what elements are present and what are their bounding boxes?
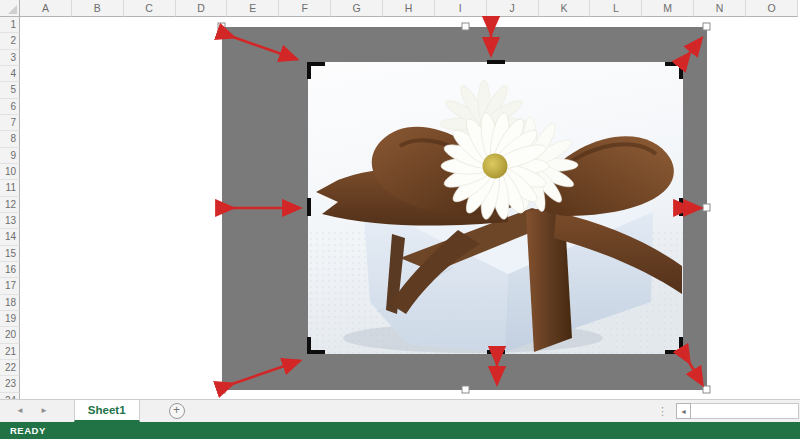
row-header-19[interactable]: 19 (0, 311, 20, 327)
row-header-5[interactable]: 5 (0, 82, 20, 98)
row-header-8[interactable]: 8 (0, 131, 20, 147)
next-sheet-icon[interactable]: ► (32, 400, 56, 422)
row-header-6[interactable]: 6 (0, 99, 20, 115)
picture-gift-box[interactable] (308, 62, 683, 354)
column-header-K[interactable]: K (539, 0, 591, 17)
row-header-14[interactable]: 14 (0, 229, 20, 245)
row-header-13[interactable]: 13 (0, 213, 20, 229)
row-header-1[interactable]: 1 (0, 17, 20, 33)
scroll-left-icon[interactable]: ◄ (676, 403, 691, 419)
row-header-12[interactable]: 12 (0, 197, 20, 213)
row-header-2[interactable]: 2 (0, 33, 20, 49)
row-header-9[interactable]: 9 (0, 148, 20, 164)
column-header-H[interactable]: H (383, 0, 435, 17)
add-sheet-icon[interactable]: + (169, 403, 185, 419)
tab-sheet1-label: Sheet1 (88, 404, 126, 416)
daisy-center (483, 154, 508, 179)
scrollbar-grip-icon[interactable]: ⋮ (657, 401, 668, 421)
column-header-F[interactable]: F (279, 0, 331, 17)
column-header-G[interactable]: G (331, 0, 383, 17)
row-header-18[interactable]: 18 (0, 295, 20, 311)
row-header-10[interactable]: 10 (0, 164, 20, 180)
horizontal-scrollbar[interactable]: ◄ (676, 403, 799, 419)
status-bar: READY (0, 422, 800, 439)
row-header-11[interactable]: 11 (0, 180, 20, 196)
worksheet[interactable]: ABCDEFGHIJKLMNO 123456789101112131415161… (0, 0, 800, 399)
tab-sheet1[interactable]: Sheet1 (74, 400, 140, 422)
prev-sheet-icon[interactable]: ◄ (8, 400, 32, 422)
row-header-4[interactable]: 4 (0, 66, 20, 82)
row-header-17[interactable]: 17 (0, 278, 20, 294)
column-header-I[interactable]: I (435, 0, 487, 17)
row-header-3[interactable]: 3 (0, 50, 20, 66)
column-header-C[interactable]: C (124, 0, 176, 17)
select-all-corner[interactable] (0, 0, 20, 17)
row-header-16[interactable]: 16 (0, 262, 20, 278)
row-header-20[interactable]: 20 (0, 327, 20, 343)
status-mode-label: READY (10, 425, 46, 436)
row-header-21[interactable]: 21 (0, 344, 20, 360)
column-header-M[interactable]: M (642, 0, 694, 17)
column-header-L[interactable]: L (590, 0, 642, 17)
column-header-B[interactable]: B (72, 0, 124, 17)
sheet-tab-bar: ◄ ► Sheet1 + ⋮ ◄ (0, 399, 800, 422)
column-headers: ABCDEFGHIJKLMNO (20, 0, 800, 17)
row-headers: 123456789101112131415161718192021222324 (0, 17, 20, 399)
row-header-23[interactable]: 23 (0, 376, 20, 392)
row-header-22[interactable]: 22 (0, 360, 20, 376)
row-header-7[interactable]: 7 (0, 115, 20, 131)
column-header-D[interactable]: D (176, 0, 228, 17)
scroll-track[interactable] (691, 403, 799, 419)
row-header-15[interactable]: 15 (0, 246, 20, 262)
column-header-E[interactable]: E (227, 0, 279, 17)
column-header-J[interactable]: J (487, 0, 539, 17)
column-header-N[interactable]: N (694, 0, 746, 17)
excel-window: ABCDEFGHIJKLMNO 123456789101112131415161… (0, 0, 800, 439)
column-header-O[interactable]: O (746, 0, 798, 17)
column-header-A[interactable]: A (20, 0, 72, 17)
